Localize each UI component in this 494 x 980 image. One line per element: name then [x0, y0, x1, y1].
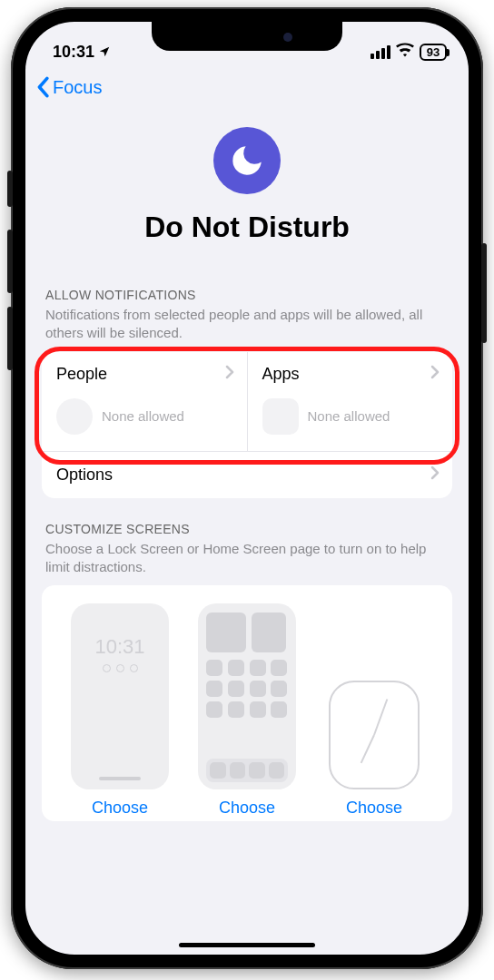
watch-face-preview	[329, 681, 420, 789]
section-header-customize: Customize Screens	[45, 522, 449, 536]
customize-screens-card: 10:31 Choose	[42, 585, 452, 821]
phone-frame: 10:31 93 Focus	[11, 7, 483, 969]
people-title: People	[56, 365, 107, 384]
back-label: Focus	[53, 77, 102, 98]
notch	[152, 22, 342, 51]
moon-icon	[213, 127, 281, 194]
navigation-bar: Focus	[25, 67, 469, 107]
apps-icon-placeholder	[262, 398, 299, 435]
side-button	[481, 243, 487, 343]
status-time: 10:31	[53, 43, 111, 62]
section-desc-allow: Notifications from selected people and a…	[45, 306, 449, 343]
battery-level: 93	[420, 44, 447, 61]
chevron-left-icon	[35, 76, 51, 98]
chevron-right-icon	[430, 365, 440, 384]
choose-lock-button[interactable]: Choose	[92, 799, 148, 818]
side-button	[7, 230, 13, 293]
cellular-icon	[370, 45, 390, 59]
people-cell[interactable]: People None allowed	[42, 352, 248, 451]
focus-header: Do Not Disturb	[42, 107, 452, 271]
home-screen-preview	[198, 603, 296, 789]
chevron-right-icon	[225, 365, 234, 384]
choose-home-button[interactable]: Choose	[219, 799, 275, 818]
choose-watch-button[interactable]: Choose	[346, 799, 402, 818]
people-status: None allowed	[102, 408, 184, 424]
content: Do Not Disturb Allow Notifications Notif…	[25, 107, 469, 821]
lock-preview-time: 10:31	[71, 635, 169, 659]
allow-card-wrapper: People None allowed	[42, 352, 452, 498]
back-button[interactable]: Focus	[35, 76, 102, 98]
section-header-allow: Allow Notifications	[45, 288, 449, 302]
home-screen-option[interactable]: Choose	[183, 603, 311, 821]
page-title: Do Not Disturb	[42, 211, 452, 244]
apps-cell[interactable]: Apps None allowed	[248, 352, 453, 451]
section-desc-customize: Choose a Lock Screen or Home Screen page…	[45, 540, 449, 577]
apps-title: Apps	[262, 365, 300, 384]
lock-screen-preview: 10:31	[71, 603, 169, 789]
clock-time: 10:31	[53, 43, 94, 62]
side-button	[7, 171, 13, 207]
people-apps-row: People None allowed	[42, 352, 452, 451]
screen: 10:31 93 Focus	[25, 22, 469, 955]
home-indicator[interactable]	[179, 943, 315, 947]
watch-face-option[interactable]: Choose	[311, 603, 438, 821]
options-row[interactable]: Options	[42, 451, 452, 498]
status-right: 93	[370, 43, 447, 62]
chevron-right-icon	[430, 466, 440, 485]
people-avatar-placeholder	[56, 398, 93, 435]
lock-screen-option[interactable]: 10:31 Choose	[56, 603, 183, 821]
location-arrow-icon	[98, 45, 111, 58]
apps-status: None allowed	[308, 408, 390, 424]
side-button	[7, 307, 13, 370]
wifi-icon	[396, 43, 414, 62]
options-label: Options	[56, 466, 113, 485]
allow-card: People None allowed	[42, 352, 452, 498]
